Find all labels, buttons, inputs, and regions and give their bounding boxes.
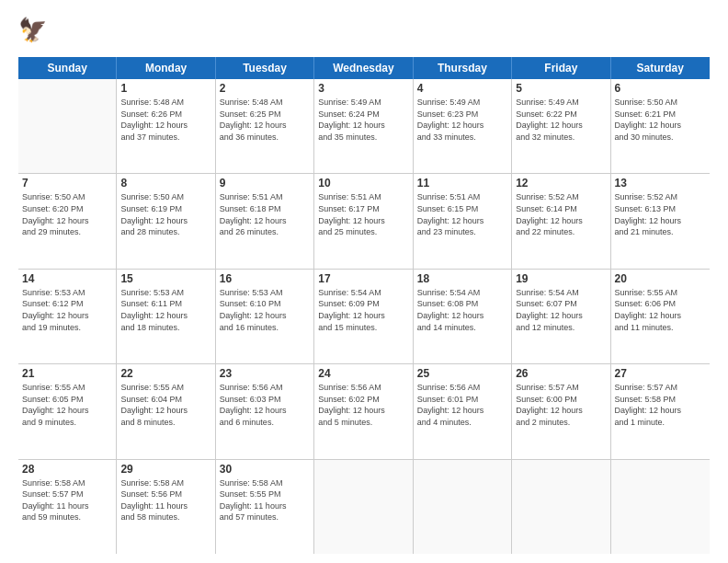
- week-row-1: 1Sunrise: 5:48 AM Sunset: 6:26 PM Daylig…: [18, 79, 710, 174]
- day-info: Sunrise: 5:49 AM Sunset: 6:22 PM Dayligh…: [516, 97, 606, 143]
- day-info: Sunrise: 5:57 AM Sunset: 5:58 PM Dayligh…: [615, 382, 706, 428]
- day-cell-7: 7Sunrise: 5:50 AM Sunset: 6:20 PM Daylig…: [18, 174, 117, 268]
- day-info: Sunrise: 5:54 AM Sunset: 6:08 PM Dayligh…: [417, 287, 507, 333]
- day-cell-13: 13Sunrise: 5:52 AM Sunset: 6:13 PM Dayli…: [611, 174, 710, 268]
- day-cell-1: 1Sunrise: 5:48 AM Sunset: 6:26 PM Daylig…: [117, 79, 215, 173]
- day-info: Sunrise: 5:50 AM Sunset: 6:19 PM Dayligh…: [120, 191, 210, 237]
- day-number: 22: [120, 367, 210, 380]
- day-number: 21: [22, 367, 112, 380]
- week-row-4: 21Sunrise: 5:55 AM Sunset: 6:05 PM Dayli…: [18, 364, 710, 459]
- day-number: 29: [120, 463, 210, 476]
- header: 🦅: [18, 15, 710, 48]
- day-number: 23: [220, 367, 310, 380]
- empty-cell: [18, 79, 117, 173]
- day-cell-6: 6Sunrise: 5:50 AM Sunset: 6:21 PM Daylig…: [611, 79, 710, 173]
- day-number: 6: [615, 82, 706, 95]
- day-number: 27: [615, 367, 706, 380]
- day-info: Sunrise: 5:56 AM Sunset: 6:01 PM Dayligh…: [417, 382, 507, 428]
- day-cell-30: 30Sunrise: 5:58 AM Sunset: 5:55 PM Dayli…: [216, 460, 314, 554]
- day-info: Sunrise: 5:50 AM Sunset: 6:21 PM Dayligh…: [615, 97, 706, 143]
- calendar-header: SundayMondayTuesdayWednesdayThursdayFrid…: [18, 57, 710, 79]
- header-day-tuesday: Tuesday: [216, 57, 314, 79]
- header-day-wednesday: Wednesday: [314, 57, 413, 79]
- day-cell-24: 24Sunrise: 5:56 AM Sunset: 6:02 PM Dayli…: [314, 364, 413, 458]
- day-number: 2: [220, 82, 310, 95]
- day-cell-18: 18Sunrise: 5:54 AM Sunset: 6:08 PM Dayli…: [414, 270, 512, 363]
- day-cell-28: 28Sunrise: 5:58 AM Sunset: 5:57 PM Dayli…: [18, 460, 117, 554]
- day-cell-29: 29Sunrise: 5:58 AM Sunset: 5:56 PM Dayli…: [117, 460, 215, 554]
- day-number: 7: [22, 177, 112, 190]
- calendar-body: 1Sunrise: 5:48 AM Sunset: 6:26 PM Daylig…: [18, 79, 710, 554]
- day-cell-21: 21Sunrise: 5:55 AM Sunset: 6:05 PM Dayli…: [18, 364, 117, 458]
- day-number: 14: [22, 272, 112, 285]
- day-number: 12: [516, 177, 606, 190]
- header-day-saturday: Saturday: [611, 57, 710, 79]
- day-number: 8: [120, 177, 210, 190]
- day-info: Sunrise: 5:56 AM Sunset: 6:03 PM Dayligh…: [220, 382, 310, 428]
- day-info: Sunrise: 5:58 AM Sunset: 5:55 PM Dayligh…: [220, 477, 310, 523]
- day-number: 17: [318, 272, 408, 285]
- header-day-sunday: Sunday: [18, 57, 117, 79]
- empty-cell: [611, 460, 710, 554]
- header-day-monday: Monday: [117, 57, 215, 79]
- day-info: Sunrise: 5:54 AM Sunset: 6:09 PM Dayligh…: [318, 287, 408, 333]
- header-day-thursday: Thursday: [414, 57, 512, 79]
- week-row-3: 14Sunrise: 5:53 AM Sunset: 6:12 PM Dayli…: [18, 270, 710, 364]
- day-number: 20: [615, 272, 706, 285]
- day-info: Sunrise: 5:54 AM Sunset: 6:07 PM Dayligh…: [516, 287, 606, 333]
- day-info: Sunrise: 5:51 AM Sunset: 6:18 PM Dayligh…: [220, 191, 310, 237]
- logo: 🦅: [18, 15, 53, 48]
- empty-cell: [512, 460, 610, 554]
- calendar: SundayMondayTuesdayWednesdayThursdayFrid…: [18, 57, 710, 554]
- day-info: Sunrise: 5:50 AM Sunset: 6:20 PM Dayligh…: [22, 191, 112, 237]
- day-info: Sunrise: 5:48 AM Sunset: 6:26 PM Dayligh…: [120, 97, 210, 143]
- day-number: 15: [120, 272, 210, 285]
- day-cell-4: 4Sunrise: 5:49 AM Sunset: 6:23 PM Daylig…: [414, 79, 512, 173]
- day-cell-17: 17Sunrise: 5:54 AM Sunset: 6:09 PM Dayli…: [314, 270, 413, 363]
- page: 🦅 SundayMondayTuesdayWednesdayThursdayFr…: [0, 0, 728, 563]
- day-info: Sunrise: 5:55 AM Sunset: 6:06 PM Dayligh…: [615, 287, 706, 333]
- day-info: Sunrise: 5:55 AM Sunset: 6:05 PM Dayligh…: [22, 382, 112, 428]
- day-number: 1: [120, 82, 210, 95]
- day-number: 9: [220, 177, 310, 190]
- day-number: 19: [516, 272, 606, 285]
- day-cell-19: 19Sunrise: 5:54 AM Sunset: 6:07 PM Dayli…: [512, 270, 610, 363]
- day-cell-20: 20Sunrise: 5:55 AM Sunset: 6:06 PM Dayli…: [611, 270, 710, 363]
- header-day-friday: Friday: [512, 57, 610, 79]
- day-cell-12: 12Sunrise: 5:52 AM Sunset: 6:14 PM Dayli…: [512, 174, 610, 268]
- day-info: Sunrise: 5:51 AM Sunset: 6:17 PM Dayligh…: [318, 191, 408, 237]
- svg-text:🦅: 🦅: [18, 16, 48, 44]
- day-number: 3: [318, 82, 408, 95]
- day-info: Sunrise: 5:49 AM Sunset: 6:23 PM Dayligh…: [417, 97, 507, 143]
- week-row-5: 28Sunrise: 5:58 AM Sunset: 5:57 PM Dayli…: [18, 460, 710, 554]
- day-info: Sunrise: 5:55 AM Sunset: 6:04 PM Dayligh…: [120, 382, 210, 428]
- day-number: 28: [22, 463, 112, 476]
- day-info: Sunrise: 5:53 AM Sunset: 6:11 PM Dayligh…: [120, 287, 210, 333]
- day-cell-2: 2Sunrise: 5:48 AM Sunset: 6:25 PM Daylig…: [216, 79, 314, 173]
- day-info: Sunrise: 5:52 AM Sunset: 6:14 PM Dayligh…: [516, 191, 606, 237]
- day-cell-26: 26Sunrise: 5:57 AM Sunset: 6:00 PM Dayli…: [512, 364, 610, 458]
- day-cell-11: 11Sunrise: 5:51 AM Sunset: 6:15 PM Dayli…: [414, 174, 512, 268]
- day-cell-23: 23Sunrise: 5:56 AM Sunset: 6:03 PM Dayli…: [216, 364, 314, 458]
- day-info: Sunrise: 5:52 AM Sunset: 6:13 PM Dayligh…: [615, 191, 706, 237]
- day-info: Sunrise: 5:51 AM Sunset: 6:15 PM Dayligh…: [417, 191, 507, 237]
- day-number: 16: [220, 272, 310, 285]
- day-number: 30: [220, 463, 310, 476]
- day-info: Sunrise: 5:49 AM Sunset: 6:24 PM Dayligh…: [318, 97, 408, 143]
- day-cell-27: 27Sunrise: 5:57 AM Sunset: 5:58 PM Dayli…: [611, 364, 710, 458]
- day-info: Sunrise: 5:53 AM Sunset: 6:12 PM Dayligh…: [22, 287, 112, 333]
- day-number: 4: [417, 82, 507, 95]
- day-number: 26: [516, 367, 606, 380]
- day-info: Sunrise: 5:48 AM Sunset: 6:25 PM Dayligh…: [220, 97, 310, 143]
- day-info: Sunrise: 5:56 AM Sunset: 6:02 PM Dayligh…: [318, 382, 408, 428]
- day-number: 25: [417, 367, 507, 380]
- day-cell-9: 9Sunrise: 5:51 AM Sunset: 6:18 PM Daylig…: [216, 174, 314, 268]
- day-cell-22: 22Sunrise: 5:55 AM Sunset: 6:04 PM Dayli…: [117, 364, 215, 458]
- empty-cell: [414, 460, 512, 554]
- week-row-2: 7Sunrise: 5:50 AM Sunset: 6:20 PM Daylig…: [18, 174, 710, 269]
- day-info: Sunrise: 5:58 AM Sunset: 5:57 PM Dayligh…: [22, 477, 112, 523]
- day-info: Sunrise: 5:53 AM Sunset: 6:10 PM Dayligh…: [220, 287, 310, 333]
- day-cell-5: 5Sunrise: 5:49 AM Sunset: 6:22 PM Daylig…: [512, 79, 610, 173]
- empty-cell: [314, 460, 413, 554]
- day-number: 10: [318, 177, 408, 190]
